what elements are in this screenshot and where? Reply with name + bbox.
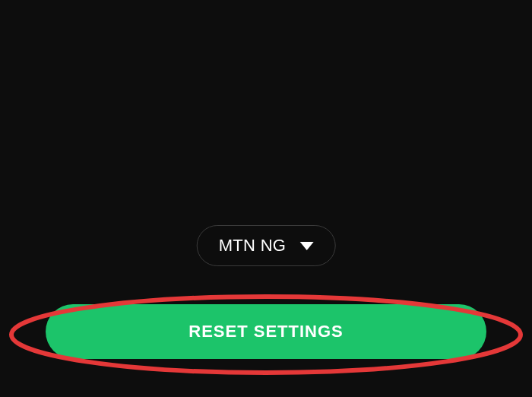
carrier-dropdown[interactable]: MTN NG [197,225,336,266]
carrier-dropdown-label: MTN NG [219,236,287,256]
chevron-down-icon [299,242,313,250]
reset-settings-button[interactable]: RESET SETTINGS [46,304,486,359]
reset-settings-button-label: RESET SETTINGS [188,322,343,341]
